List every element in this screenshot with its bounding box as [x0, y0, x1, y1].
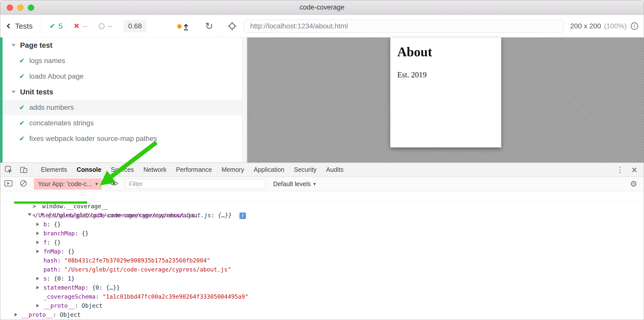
console-token: : [57, 257, 64, 264]
minimize-window-button[interactable] [17, 5, 24, 11]
selector-playground-icon[interactable] [227, 21, 237, 31]
context-label: Your App: 'code-c... [38, 180, 92, 188]
console-token: "1a1c01bbd47fc00a2c39e90264f33305004495a… [102, 293, 248, 300]
tab-sources[interactable]: Sources [106, 163, 139, 177]
console-token: } [71, 275, 75, 282]
devtools-panel: ElementsConsoleSourcesNetworkPerformance… [0, 163, 644, 320]
console-token: {} [82, 230, 89, 237]
console-token: "08b431c2fe7b37029e908935b175a23560fb200… [64, 257, 210, 264]
tab-console[interactable]: Console [72, 163, 106, 177]
auto-scroll-indicator [176, 21, 190, 31]
traffic-lights [7, 5, 34, 11]
settings-gear-icon[interactable]: ⚙ [630, 179, 637, 189]
console-token: : [75, 302, 82, 309]
close-devtools-icon[interactable]: × [631, 165, 637, 175]
console-tree: /Users/gleb/git/code-coverage/cypress/ab… [0, 211, 644, 319]
pending-circle-icon [99, 23, 105, 29]
clear-console-icon[interactable] [19, 179, 27, 188]
console-token: branchMap [43, 230, 75, 237]
console-token: __proto__ [43, 302, 75, 309]
collapse-icon [12, 44, 16, 47]
refresh-icon[interactable]: ↻ [205, 21, 213, 32]
annotation-underline [14, 201, 87, 204]
test-name: logs names [29, 57, 65, 65]
test-row[interactable]: ✔fixes webpack loader source-map pathes [3, 131, 242, 146]
tab-network[interactable]: Network [139, 163, 171, 177]
test-row[interactable]: ✔concatenates strings [3, 115, 242, 131]
back-to-tests-button[interactable]: Tests [7, 22, 33, 30]
devtools-tab-strip: ElementsConsoleSourcesNetworkPerformance… [36, 163, 348, 177]
test-row[interactable]: ✔loads About page [3, 69, 242, 84]
console-line[interactable]: /Users/gleb/git/code-coverage/cypress/ab… [0, 211, 644, 220]
inspect-element-icon[interactable] [5, 166, 13, 174]
console-output: >window.__coverage__ {/Users/gleb/git/co… [0, 191, 644, 320]
app-preview: About Est. 2019 [247, 37, 644, 163]
divider [32, 166, 32, 174]
console-sidebar-icon[interactable] [4, 179, 13, 188]
tab-security[interactable]: Security [289, 163, 321, 177]
console-token: : [85, 284, 92, 291]
suite-header[interactable]: Unit tests [3, 84, 242, 100]
test-row[interactable]: ✔adds numbers [3, 100, 242, 115]
console-token: : [75, 230, 82, 237]
cypress-toolbar: Tests ✔ 5 ✖ -- -- 0.68 ↻ [0, 15, 644, 37]
console-line[interactable]: b: {} [0, 220, 644, 229]
console-line: _coverageSchema: "1a1c01bbd47fc00a2c39e9… [0, 292, 644, 301]
tab-audits[interactable]: Audits [321, 163, 348, 177]
console-token: /Users/gleb/git/code-coverage/cypress/ab… [35, 212, 195, 219]
suite-name: Unit tests [20, 88, 53, 96]
viewport-info: 200 x 200 (100%) [570, 22, 627, 30]
disclosure-closed-icon [36, 274, 43, 283]
console-line[interactable]: branchMap: {} [0, 229, 644, 238]
log-levels-dropdown[interactable]: Default levels ▾ [273, 180, 316, 188]
live-expression-eye-icon[interactable] [109, 180, 118, 188]
console-token: "/Users/gleb/git/code-coverage/cypress/a… [64, 266, 231, 273]
pending-count: -- [108, 22, 113, 30]
failed-stat: ✖ -- [74, 22, 87, 30]
viewport-size: 200 x 200 [570, 22, 601, 30]
console-input-line: >window.__coverage__ [0, 193, 644, 202]
console-line[interactable]: f: {} [0, 238, 644, 247]
console-token: {0: [54, 275, 68, 282]
check-icon: ✔ [19, 57, 25, 65]
console-token: s [43, 275, 47, 282]
console-token: : [61, 248, 68, 255]
console-line[interactable]: fnMap: {} [0, 247, 644, 256]
viewport-info-icon[interactable]: i [631, 22, 638, 30]
console-token: : [47, 275, 54, 282]
app-page-card: About Est. 2019 [390, 37, 501, 147]
console-line: hash: "08b431c2fe7b37029e908935b175a2356… [0, 256, 644, 265]
chevron-left-icon [7, 23, 12, 29]
test-row[interactable]: ✔logs names [3, 53, 242, 69]
execution-context-selector[interactable]: Your App: 'code-c... ▾ [34, 178, 102, 190]
console-line[interactable]: statementMap: {0: {…}} [0, 283, 644, 292]
console-filter-input[interactable] [125, 179, 266, 189]
console-line: path: "/Users/gleb/git/code-coverage/cyp… [0, 265, 644, 274]
suite-header[interactable]: Page test [3, 37, 242, 53]
console-token: {} [68, 248, 75, 255]
info-icon[interactable]: i [239, 212, 246, 219]
app-subheading: Est. 2019 [397, 70, 494, 79]
disclosure-open-icon [28, 211, 35, 220]
passed-count: 5 [58, 22, 63, 30]
url-input[interactable] [244, 22, 563, 30]
device-toolbar-icon[interactable] [20, 166, 28, 174]
tab-elements[interactable]: Elements [36, 163, 72, 177]
tab-application[interactable]: Application [249, 163, 289, 177]
tab-performance[interactable]: Performance [171, 163, 217, 177]
more-options-icon[interactable]: ⋮ [616, 165, 624, 174]
chevron-down-icon: ▾ [95, 181, 98, 187]
tab-memory[interactable]: Memory [217, 163, 249, 177]
zoom-window-button[interactable] [28, 5, 34, 11]
console-line[interactable]: __proto__: Object [0, 301, 644, 310]
console-line[interactable]: s: {0: 1} [0, 274, 644, 283]
disclosure-closed-icon [36, 238, 43, 247]
reporter-splitter[interactable] [242, 37, 247, 163]
close-window-button[interactable] [7, 5, 13, 11]
test-name: adds numbers [29, 103, 74, 112]
failed-count: -- [83, 22, 88, 30]
console-token: statementMap [43, 284, 85, 291]
console-line[interactable]: __proto__: Object [0, 310, 644, 319]
url-bar [244, 20, 564, 33]
pending-stat: -- [99, 22, 113, 30]
